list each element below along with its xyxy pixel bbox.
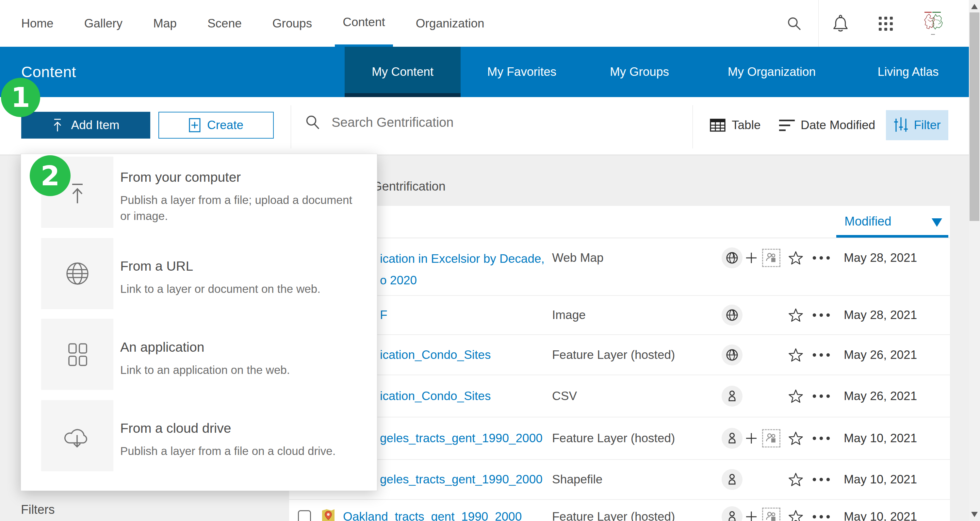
- favorite-star-icon[interactable]: [788, 347, 803, 362]
- content-tabs: My Content My Favorites My Groups My Org…: [345, 47, 969, 97]
- add-to-icon[interactable]: [746, 252, 757, 263]
- nav-item-scene[interactable]: Scene: [200, 0, 250, 47]
- folder-section-label: Gentrification: [372, 180, 445, 193]
- plus-square-icon: [189, 118, 200, 132]
- item-title-link[interactable]: Oakland_tracts_gent_1990_2000: [343, 510, 522, 521]
- item-type: CSV: [552, 389, 577, 403]
- more-options-icon[interactable]: [813, 394, 830, 398]
- table-row: ication_Condo_Sites CSV May 26, 2021: [289, 374, 950, 417]
- table-row: Oakland_tracts_gent_1990_2000 Feature La…: [289, 499, 950, 521]
- item-type: Web Map: [552, 251, 604, 265]
- private-owner-icon: [722, 506, 743, 521]
- table-view-button[interactable]: Table: [710, 110, 760, 140]
- favorite-star-icon[interactable]: [788, 431, 803, 446]
- favorite-star-icon[interactable]: [788, 250, 803, 265]
- content-toolbar: Add Item Create Table Date Modified: [0, 97, 969, 155]
- filters-panel-label: Filters: [21, 503, 54, 517]
- more-options-icon[interactable]: [813, 437, 830, 440]
- top-navigation-bar: Home Gallery Map Scene Groups Content Or…: [0, 0, 969, 47]
- add-to-icon[interactable]: [746, 433, 757, 444]
- filter-button[interactable]: Filter: [886, 110, 948, 140]
- modified-column-header[interactable]: Modified: [845, 214, 891, 228]
- application-grid-icon: [41, 319, 113, 390]
- add-item-button[interactable]: Add Item: [21, 112, 150, 139]
- scrollbar-down-arrow[interactable]: [971, 512, 978, 517]
- notifications-bell-icon[interactable]: [829, 0, 852, 47]
- nav-item-groups[interactable]: Groups: [265, 0, 320, 47]
- private-owner-icon: [722, 386, 743, 406]
- tab-living-atlas[interactable]: Living Atlas: [848, 47, 969, 97]
- menu-item-description: Link to a layer or document on the web.: [120, 281, 362, 297]
- item-type: Image: [552, 308, 586, 322]
- scrollbar-up-arrow[interactable]: [971, 4, 978, 9]
- user-avatar[interactable]: [920, 8, 945, 38]
- shared-group-icon[interactable]: [762, 429, 780, 448]
- more-options-icon[interactable]: [813, 353, 830, 357]
- table-icon: [710, 118, 726, 133]
- search-icon[interactable]: [783, 0, 805, 47]
- nav-item-gallery[interactable]: Gallery: [76, 0, 130, 47]
- item-title-link[interactable]: ication in Excelsior by Decade, o 2020: [380, 248, 544, 291]
- sort-descending-icon: [779, 119, 795, 131]
- favorite-star-icon[interactable]: [788, 308, 803, 323]
- item-type: Feature Layer (hosted): [552, 348, 675, 362]
- item-title-link[interactable]: geles_tracts_gent_1990_2000: [380, 432, 542, 445]
- toolbar-divider: [692, 105, 693, 148]
- more-options-icon[interactable]: [813, 478, 830, 481]
- tab-my-organization[interactable]: My Organization: [696, 47, 848, 97]
- row-checkbox[interactable]: [298, 510, 311, 521]
- item-title-link[interactable]: geles_tracts_gent_1990_2000: [380, 473, 542, 486]
- shared-group-icon[interactable]: [762, 508, 780, 521]
- modified-date: May 26, 2021: [844, 348, 917, 362]
- menu-item-title: From a URL: [120, 258, 193, 274]
- tab-my-favorites[interactable]: My Favorites: [461, 47, 583, 97]
- create-label: Create: [207, 118, 243, 132]
- search-input[interactable]: [331, 115, 659, 130]
- modified-date: May 10, 2021: [844, 432, 917, 445]
- add-to-icon[interactable]: [746, 511, 757, 521]
- app-launcher-grid-icon[interactable]: [874, 0, 897, 47]
- create-button[interactable]: Create: [158, 112, 274, 139]
- sort-descending-caret-icon[interactable]: [932, 218, 942, 227]
- table-row: F Image May 28, 2021: [289, 295, 950, 335]
- shared-group-icon[interactable]: [762, 249, 780, 267]
- nav-item-organization[interactable]: Organization: [408, 0, 492, 47]
- modified-column-active-underline: [836, 235, 948, 237]
- filter-label: Filter: [914, 118, 940, 132]
- arcgis-content-page: Home Gallery Map Scene Groups Content Or…: [0, 0, 980, 521]
- private-owner-icon: [722, 469, 743, 490]
- more-options-icon[interactable]: [813, 256, 830, 260]
- favorite-star-icon[interactable]: [788, 472, 803, 487]
- item-type: Feature Layer (hosted): [552, 510, 675, 521]
- favorite-star-icon[interactable]: [788, 509, 803, 521]
- page-scrollbar[interactable]: [969, 0, 980, 521]
- item-title-link[interactable]: ication_Condo_Sites: [380, 348, 491, 362]
- nav-item-content[interactable]: Content: [335, 0, 393, 47]
- table-row: geles_tracts_gent_1990_2000 Feature Laye…: [289, 417, 950, 459]
- tab-my-content[interactable]: My Content: [345, 47, 461, 97]
- nav-item-home[interactable]: Home: [13, 0, 61, 47]
- filter-sliders-icon: [893, 117, 908, 134]
- shared-everyone-globe-icon: [722, 344, 743, 365]
- favorite-star-icon[interactable]: [788, 389, 803, 404]
- cloud-download-icon: [41, 400, 113, 471]
- scrollbar-thumb[interactable]: [970, 13, 979, 221]
- nav-item-map[interactable]: Map: [145, 0, 185, 47]
- modified-date: May 10, 2021: [844, 510, 917, 521]
- upload-icon: [52, 118, 63, 132]
- feature-layer-thumbnail-icon: [321, 508, 336, 521]
- item-title-link[interactable]: ication_Condo_Sites: [380, 389, 491, 403]
- more-options-icon[interactable]: [813, 313, 830, 317]
- tab-my-groups[interactable]: My Groups: [583, 47, 696, 97]
- table-view-label: Table: [732, 118, 760, 132]
- menu-item-title: An application: [120, 339, 205, 355]
- add-item-label: Add Item: [71, 118, 119, 132]
- table-row: ication_Condo_Sites Feature Layer (hoste…: [289, 335, 950, 374]
- sort-by-button[interactable]: Date Modified: [779, 110, 875, 140]
- item-type: Shapefile: [552, 473, 602, 486]
- item-title-link[interactable]: F: [380, 308, 387, 322]
- private-owner-icon: [722, 428, 743, 449]
- shared-everyone-globe-icon: [722, 247, 743, 268]
- more-options-icon[interactable]: [813, 515, 830, 519]
- items-table: Modified ication in Excelsior by Decade,…: [289, 206, 950, 521]
